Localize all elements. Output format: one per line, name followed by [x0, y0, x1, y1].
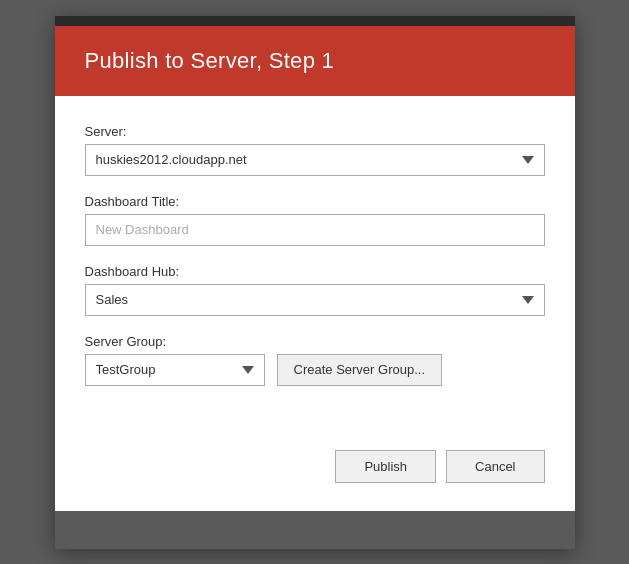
create-server-group-button[interactable]: Create Server Group...: [277, 354, 443, 386]
server-group-label: Server Group:: [85, 334, 545, 349]
dialog-footer: Publish Cancel: [55, 434, 575, 511]
dashboard-hub-select[interactable]: Sales: [85, 284, 545, 316]
cancel-button[interactable]: Cancel: [446, 450, 544, 483]
dialog-header: Publish to Server, Step 1: [55, 26, 575, 96]
publish-button[interactable]: Publish: [335, 450, 436, 483]
server-select[interactable]: huskies2012.cloudapp.net: [85, 144, 545, 176]
dialog-title: Publish to Server, Step 1: [85, 48, 545, 74]
dialog-topbar: [55, 16, 575, 26]
dashboard-title-input[interactable]: [85, 214, 545, 246]
dialog: Publish to Server, Step 1 Server: huskie…: [55, 16, 575, 549]
server-group: Server: huskies2012.cloudapp.net: [85, 124, 545, 176]
dashboard-title-label: Dashboard Title:: [85, 194, 545, 209]
dialog-body: Server: huskies2012.cloudapp.net Dashboa…: [55, 96, 575, 434]
server-group-group: Server Group: TestGroup Create Server Gr…: [85, 334, 545, 386]
server-group-row: TestGroup Create Server Group...: [85, 354, 545, 386]
server-label: Server:: [85, 124, 545, 139]
server-group-select[interactable]: TestGroup: [85, 354, 265, 386]
dashboard-hub-label: Dashboard Hub:: [85, 264, 545, 279]
dashboard-title-group: Dashboard Title:: [85, 194, 545, 246]
dashboard-hub-group: Dashboard Hub: Sales: [85, 264, 545, 316]
dialog-bottombar: [55, 511, 575, 549]
